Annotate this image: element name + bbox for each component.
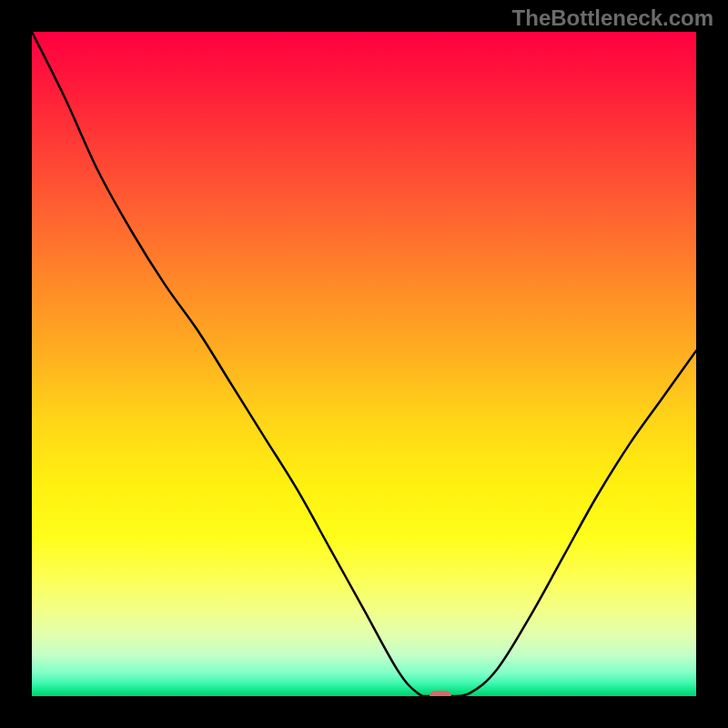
chart-marker [430, 691, 451, 696]
chart-curve-svg [32, 32, 696, 696]
watermark-label: TheBottleneck.com [512, 5, 713, 31]
chart-plot-area [32, 32, 696, 696]
bottleneck-curve-path [32, 32, 696, 696]
